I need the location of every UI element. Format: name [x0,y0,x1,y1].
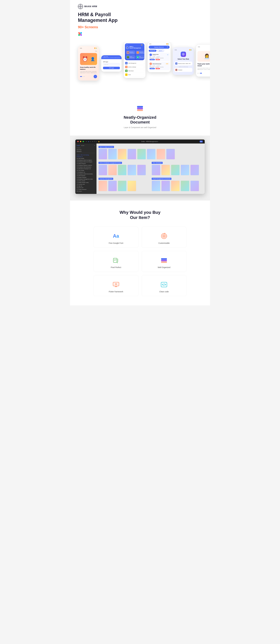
dt-layer-16[interactable]: 16_Employee Added Successfully [77,173,95,175]
otp-submit-btn[interactable]: OTP Input [103,67,120,69]
dt-pay-2[interactable] [161,181,170,191]
dt-layer-19[interactable]: 19_Attendance Employee List [77,168,95,170]
dt-pay-1[interactable] [152,181,160,191]
dt-layer-hh[interactable]: HH_Log_In [77,190,95,192]
dt-layer-22[interactable]: 22_Attend Request [77,163,95,164]
hero-title: HRM & Payroll Management App [78,12,202,23]
p3-card-file[interactable]: 📁 FileManagement [136,55,145,59]
dt-home-3[interactable] [118,165,126,175]
dt-home-1[interactable] [98,165,107,175]
dt-layer-15[interactable]: 15_Add Employee [77,175,95,176]
dt-screens-payroll [152,181,203,191]
dt-body: Layers Assets + Pages User Flow Wirefram… [75,144,205,194]
feature-flutter: Flutter framework [94,275,138,296]
skip-btn-6[interactable]: Skip [198,48,210,50]
dt-cursor-icon[interactable]: ↖ [86,141,87,142]
p6-illustration: 👩‍💼 [198,51,210,62]
dt-pay-5[interactable] [190,181,199,191]
p5-role-employee[interactable]: 👤 Employee [174,68,192,72]
dt-canvas[interactable]: Sign In & Sign-up Screen [96,144,205,194]
dt-pen-icon[interactable]: ✏ [92,141,93,142]
dt-home-5[interactable] [137,165,146,175]
dt-layer-12[interactable]: 12_Home_Screen [77,180,95,182]
dt-time-5[interactable] [190,165,199,175]
dt-thumb-8[interactable] [166,149,175,160]
dt-page-user-flow[interactable]: User Flow [77,149,95,151]
dt-thumb-6[interactable] [147,149,156,160]
dt-layer-24[interactable]: 24_User Details [77,158,95,159]
minimize-dot[interactable] [80,141,81,142]
dt-layer-employee-ui[interactable]: Employee UI [77,156,95,158]
dt-exp-1[interactable] [98,181,107,191]
assets-tab[interactable]: Assets [81,145,84,146]
dt-pay-4[interactable] [181,181,189,191]
p3-menu-noc[interactable]: 📜 NOC/Ex Certificate › [125,65,144,69]
close-dot[interactable] [77,141,78,142]
dt-thumb-5[interactable] [137,149,146,160]
p4-search-icon[interactable]: 🔍 [167,46,168,48]
dt-add-page-btn[interactable]: + [94,145,95,146]
dt-thumb-3[interactable] [118,149,126,160]
dt-rect-icon[interactable]: □ [96,141,97,142]
dt-layer-18[interactable]: 18_User Details [77,170,95,171]
p3-card-employee[interactable]: 👤 EmployeeManagement [126,50,135,54]
dt-text-icon[interactable]: T [94,141,95,142]
otp-input[interactable]: Your OTP [103,63,120,66]
dt-layer-20[interactable]: 20_Employee Mark attendance [77,166,95,168]
p3-menu-notice[interactable]: 📋 Notice Board › [125,69,144,73]
dt-home-4[interactable] [128,165,136,175]
dt-time-2[interactable] [161,165,170,175]
dt-page-wireframe[interactable]: Wireframe [77,151,95,152]
p3-card-expenses[interactable]: 💰 ExpensesManagement [136,50,145,54]
p4-badge-2: HOD [166,63,169,64]
p4-back-icon[interactable]: ← [150,46,151,48]
dt-layer-23b[interactable]: 23_Employee Attend List Reques [77,161,95,163]
p4-tab-approve[interactable]: Approve [157,50,164,52]
dt-exp-2[interactable] [108,181,117,191]
p5-role-business[interactable]: 🏢 Business Owner / Admin / HR [174,62,192,66]
dt-time-1[interactable] [152,165,160,175]
dt-hand-icon[interactable]: ✋ [98,141,100,142]
p4-approve-btn-1[interactable]: Approve [150,59,155,60]
dt-layer-14[interactable]: 14_Empty Employee [77,176,95,178]
dt-exp-3[interactable] [118,181,126,191]
skip-btn-1[interactable]: Skip [80,50,97,52]
p4-reject-btn-2[interactable]: Reject [156,68,160,69]
p3-menu-client[interactable]: 🏢 Client Management › [125,61,144,65]
dt-time-4[interactable] [181,165,189,175]
dt-layer-08[interactable]: 08_Enter OTP [77,187,95,188]
p3-card-payroll[interactable]: 💼 PayrollManagement [126,55,135,59]
dt-layer-asoiss[interactable]: Asoiss / HR UI UX Desing [77,154,95,156]
dt-layer-09[interactable]: 09_Sign Up [77,185,95,187]
dt-layer-07[interactable]: 07_Forgot Password [77,188,95,190]
dt-thumb-1[interactable] [98,149,107,160]
business-role-icon: 🏢 [175,62,178,64]
maximize-dot[interactable] [82,141,84,142]
dt-scale-icon[interactable]: ⤡ [90,141,91,142]
p3-menu-award[interactable]: 🏆 Award › [125,73,144,77]
dt-thumb-7[interactable] [156,149,165,160]
dt-layer-23a[interactable]: 23_Employee Attend List Approv [77,159,95,161]
otp-back-btn[interactable]: ← Enter OTP [102,56,120,57]
dt-frame-icon[interactable]: ⊞ [88,141,89,142]
dt-layer-13[interactable]: 13_Employee Management_Sales [77,178,95,180]
svg-rect-30 [161,258,167,260]
dt-time-3[interactable] [171,165,180,175]
p3-menu-icon-btn[interactable]: ☰ [126,46,128,49]
dt-layer-11[interactable]: 11_Mobile Number Verify [77,182,95,184]
dt-layer-21[interactable]: 21_Employee Request Continue [77,164,95,166]
dt-exp-4[interactable] [128,181,136,191]
dt-pay-3[interactable] [171,181,180,191]
dt-thumb-2[interactable] [108,149,117,160]
onboarding-illustration [80,53,97,65]
next-btn[interactable]: › [94,75,97,78]
dt-present-btn[interactable]: ▶ [200,140,203,142]
dt-home-2[interactable] [108,165,117,175]
p4-reject-btn-1[interactable]: Reject [156,59,160,60]
layers-tab[interactable]: Layers [77,145,80,146]
p4-tab-request[interactable]: Request (4) [149,50,156,52]
dt-layer-17[interactable]: 17_Employee List [77,171,95,173]
dt-thumb-4[interactable] [128,149,136,160]
dt-layer-10[interactable]: 10_Country code [77,184,95,185]
p4-approve-btn-2[interactable]: Approve [150,68,155,69]
